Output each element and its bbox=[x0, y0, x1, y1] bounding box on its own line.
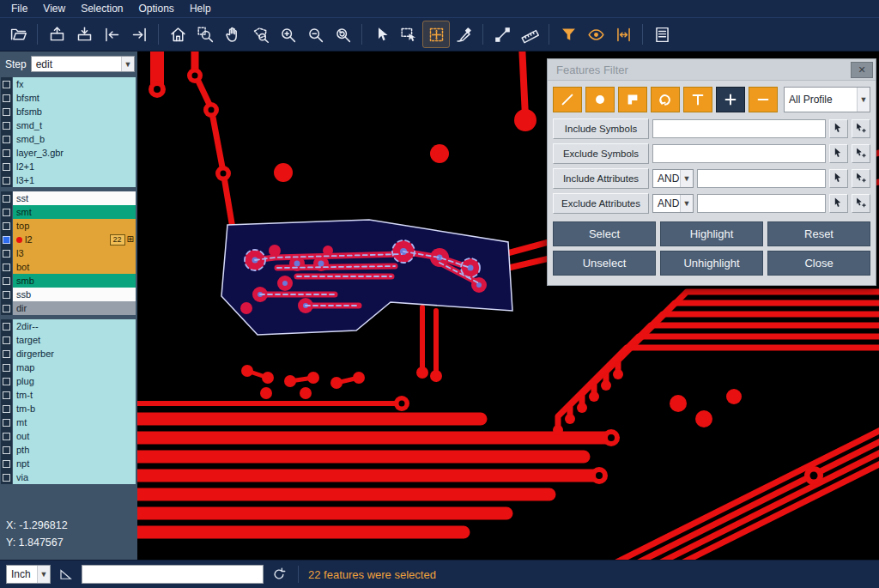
include-symbols-button[interactable]: Include Symbols bbox=[553, 118, 649, 139]
layer-visibility-checkbox[interactable] bbox=[1, 402, 12, 415]
layer-row-plug[interactable]: plug bbox=[1, 374, 136, 388]
layer-visibility-checkbox[interactable] bbox=[1, 429, 12, 443]
zoom-out-button[interactable] bbox=[302, 21, 328, 47]
rect-select-button[interactable] bbox=[396, 21, 421, 47]
include-attributes-button[interactable]: Include Attributes bbox=[553, 168, 649, 189]
zoom-reset-button[interactable] bbox=[330, 21, 355, 47]
import-step-button[interactable] bbox=[71, 21, 97, 47]
layer-visibility-checkbox[interactable] bbox=[1, 118, 12, 132]
include-attributes-input[interactable] bbox=[697, 169, 826, 188]
layer-row-tm-t[interactable]: tm-t bbox=[1, 388, 136, 402]
exclude-attributes-operator-select[interactable]: AND▼ bbox=[652, 194, 694, 213]
layer-visibility-checkbox[interactable] bbox=[1, 246, 12, 260]
layer-visibility-checkbox[interactable] bbox=[1, 219, 12, 233]
include-symbols-input[interactable] bbox=[652, 119, 826, 138]
exclude-attributes-pick-button[interactable] bbox=[829, 194, 848, 213]
layer-visibility-checkbox[interactable] bbox=[1, 415, 12, 429]
layer-visibility-checkbox[interactable] bbox=[1, 91, 12, 105]
layer-row-smb[interactable]: smb bbox=[1, 274, 136, 288]
layer-visibility-checkbox[interactable] bbox=[1, 288, 12, 301]
export-step-button[interactable] bbox=[44, 21, 70, 47]
layer-row-smd_b[interactable]: smd_b bbox=[1, 132, 136, 146]
layer-row-l2[interactable]: l222⊞ bbox=[1, 233, 136, 246]
layer-visibility-checkbox[interactable] bbox=[1, 319, 12, 333]
exclude-symbols-pick-add-button[interactable] bbox=[852, 144, 870, 163]
layer-visibility-checkbox[interactable] bbox=[1, 457, 12, 470]
include-attributes-pick-button[interactable] bbox=[829, 169, 848, 188]
exclude-attributes-pick-add-button[interactable] bbox=[852, 194, 870, 213]
arc-tool-button[interactable] bbox=[651, 87, 680, 112]
unhighlight-button[interactable]: Unhighlight bbox=[660, 251, 763, 276]
pad-tool-button[interactable] bbox=[585, 87, 615, 112]
close-icon[interactable] bbox=[851, 62, 873, 78]
surface-tool-button[interactable] bbox=[618, 87, 647, 112]
include-attributes-operator-select[interactable]: AND▼ bbox=[652, 169, 694, 188]
layer-row-bot[interactable]: bot bbox=[1, 260, 136, 274]
unit-select[interactable]: Inch ▼ bbox=[6, 565, 51, 584]
layer-visibility-checkbox[interactable] bbox=[1, 260, 12, 274]
layer-row-via[interactable]: via bbox=[1, 470, 136, 484]
exclude-attributes-input[interactable] bbox=[697, 194, 826, 213]
layer-visibility-checkbox[interactable] bbox=[1, 374, 12, 388]
layer-visibility-checkbox[interactable] bbox=[1, 173, 12, 187]
exclude-attributes-button[interactable]: Exclude Attributes bbox=[553, 193, 649, 214]
menu-item-options[interactable]: Options bbox=[131, 1, 182, 16]
layer-visibility-checkbox[interactable] bbox=[1, 470, 12, 484]
dialog-titlebar[interactable]: Features Filter bbox=[548, 59, 876, 81]
line-endpoints-button[interactable] bbox=[489, 21, 515, 47]
layer-row-smd_t[interactable]: smd_t bbox=[1, 118, 136, 132]
add-tool-button[interactable] bbox=[716, 87, 745, 112]
layer-visibility-checkbox[interactable] bbox=[1, 443, 12, 457]
layer-row-map[interactable]: map bbox=[1, 361, 136, 374]
layer-row-bfsmb[interactable]: bfsmb bbox=[1, 105, 136, 118]
layer-row-sst[interactable]: sst bbox=[1, 191, 136, 205]
zoom-polygon-button[interactable] bbox=[247, 21, 273, 47]
profile-select[interactable]: All Profile ▼ bbox=[784, 87, 870, 112]
menu-item-help[interactable]: Help bbox=[182, 1, 219, 16]
layer-visibility-checkbox[interactable] bbox=[1, 301, 12, 315]
include-symbols-pick-add-button[interactable] bbox=[852, 119, 870, 138]
layer-visibility-checkbox[interactable] bbox=[1, 233, 12, 246]
exclude-symbols-input[interactable] bbox=[652, 144, 826, 163]
layer-visibility-checkbox[interactable] bbox=[1, 274, 12, 288]
layer-row-l3[interactable]: l3 bbox=[1, 246, 136, 260]
layer-visibility-checkbox[interactable] bbox=[1, 347, 12, 361]
close-button[interactable]: Close bbox=[767, 251, 870, 276]
layer-row-smt[interactable]: smt bbox=[1, 205, 136, 219]
step-select[interactable]: edit ▼ bbox=[31, 56, 135, 72]
layer-row-layer_3.gbr[interactable]: layer_3.gbr bbox=[1, 146, 136, 160]
highlight-button[interactable]: Highlight bbox=[660, 221, 763, 246]
unselect-button[interactable]: Unselect bbox=[553, 251, 656, 276]
include-symbols-pick-button[interactable] bbox=[829, 119, 848, 138]
layer-row-dir[interactable]: dir bbox=[1, 301, 136, 315]
pcb-canvas[interactable]: Features Filter All Profile ▼ Include Sy… bbox=[137, 52, 879, 560]
text-tool-button[interactable] bbox=[683, 87, 712, 112]
line-tool-button[interactable] bbox=[553, 87, 582, 112]
measure-spacing-button[interactable] bbox=[610, 21, 636, 47]
layer-row-npt[interactable]: npt bbox=[1, 457, 136, 470]
features-filter-button[interactable] bbox=[555, 21, 581, 47]
open-folder-button[interactable] bbox=[5, 21, 31, 47]
layer-row-mt[interactable]: mt bbox=[1, 415, 136, 429]
reset-button[interactable]: Reset bbox=[767, 221, 870, 246]
command-input[interactable] bbox=[82, 565, 264, 584]
layer-row-pth[interactable]: pth bbox=[1, 443, 136, 457]
layer-row-ssb[interactable]: ssb bbox=[1, 288, 136, 301]
pan-button[interactable] bbox=[220, 21, 246, 47]
prev-step-button[interactable] bbox=[99, 21, 124, 47]
move-select-button[interactable] bbox=[423, 21, 449, 47]
layer-visibility-checkbox[interactable] bbox=[1, 333, 12, 347]
layer-row-top[interactable]: top bbox=[1, 219, 136, 233]
layer-row-bfsmt[interactable]: bfsmt bbox=[1, 91, 136, 105]
layer-row-tm-b[interactable]: tm-b bbox=[1, 402, 136, 415]
layer-visibility-checkbox[interactable] bbox=[1, 77, 12, 91]
pointer-select-button[interactable] bbox=[368, 21, 394, 47]
menu-item-file[interactable]: File bbox=[3, 1, 35, 16]
layer-visibility-checkbox[interactable] bbox=[1, 105, 12, 118]
layer-row-out[interactable]: out bbox=[1, 429, 136, 443]
remove-tool-button[interactable] bbox=[749, 87, 778, 112]
layer-visibility-checkbox[interactable] bbox=[1, 205, 12, 219]
layer-row-dirgerber[interactable]: dirgerber bbox=[1, 347, 136, 361]
brush-button[interactable] bbox=[451, 21, 476, 47]
layer-row-target[interactable]: target bbox=[1, 333, 136, 347]
